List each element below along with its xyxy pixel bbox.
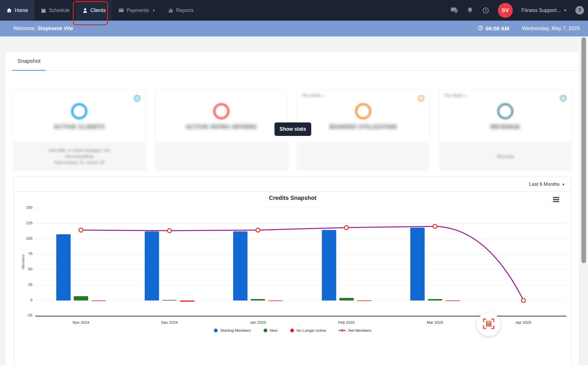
legend-dot-icon (264, 329, 267, 332)
bar-starting-members (145, 231, 159, 300)
bar-new (74, 296, 88, 300)
bell-icon[interactable] (467, 7, 473, 14)
bar-starting-members (56, 234, 71, 300)
net-members-marker (167, 229, 171, 233)
gridline (35, 254, 566, 254)
date-range-selector[interactable]: Last 6 Months ▼ (529, 177, 565, 192)
bar-chart-icon (168, 8, 173, 13)
current-time: 06:08 AM (478, 25, 509, 32)
net-members-marker (345, 226, 349, 230)
y-tick-label: 125 (16, 221, 32, 225)
help-icon[interactable]: ? (575, 6, 584, 15)
card-footer: Intro Offer: 4, Active Packages: 103Recu… (13, 142, 146, 170)
welcome-user-name: Stephanie Vite (38, 26, 73, 31)
net-members-marker (433, 224, 437, 228)
chevron-down-icon: ▼ (564, 9, 567, 12)
stat-card-active-intro-offers: ACTIVE INTRO OFFERS (155, 89, 288, 171)
card-footer (297, 142, 430, 170)
y-tick-label: 100 (16, 236, 32, 241)
legend-dot-icon (214, 329, 218, 332)
stat-card-active-clients: ⚙ ACTIVE CLIENTS Intro Offer: 4, Active … (13, 89, 146, 171)
bar-new (428, 299, 442, 300)
y-tick-label: 150 (16, 205, 32, 210)
legend-ring-icon (339, 328, 346, 333)
bar-starting-members (410, 228, 425, 300)
card-title: BOOKED UTILIZATION (297, 124, 430, 130)
vertical-scrollbar[interactable] (581, 37, 586, 263)
bar-no-longer-active (446, 300, 460, 301)
donut-chart (213, 103, 230, 120)
tab-bar: Snapshot (5, 52, 579, 71)
avatar[interactable]: SV (498, 3, 513, 18)
card-footer-line: Recurring Billing (65, 154, 93, 159)
x-tick-label: Apr 2025 (503, 320, 543, 325)
x-tick-label: Dec 2024 (149, 320, 189, 325)
gridline (35, 285, 566, 285)
nav-item-clients[interactable]: Clients (76, 0, 112, 21)
nav-item-label: Schedule (49, 7, 70, 13)
legend-item-no-longer-active[interactable]: No Longer Active (290, 328, 326, 333)
chart-header: Last 6 Months ▼ (14, 177, 571, 192)
donut-chart (497, 103, 514, 120)
nav-item-payments[interactable]: Payments ▼ (112, 0, 162, 21)
credits-snapshot-chart-panel: Last 6 Months ▼ Credits Snapshot -250255… (14, 177, 572, 365)
net-members-marker (79, 228, 83, 232)
card-title: ACTIVE CLIENTS (13, 124, 146, 130)
x-tick-label: Mar 2025 (415, 320, 455, 325)
legend-item-new[interactable]: New (264, 328, 278, 333)
loading-barcode-badge (477, 313, 500, 336)
card-icon (118, 7, 124, 13)
card-title: ACTIVE INTRO OFFERS (155, 124, 288, 130)
chart-menu-icon[interactable] (553, 197, 559, 203)
clock-icon (478, 25, 483, 32)
nav-right-cluster: SV Fitness Support... ▼ ? (450, 0, 584, 21)
bar-starting-members (322, 230, 336, 300)
bar-starting-members (233, 231, 247, 300)
stat-card-revenue: This Week ▼⚙ REVENUE Recurring (439, 89, 572, 171)
gridline (35, 208, 566, 208)
stat-card-booked-utilization: This Week ▼⚙ BOOKED UTILIZATION (297, 89, 430, 171)
calendar-icon (41, 8, 46, 13)
bar-no-longer-active (92, 300, 106, 301)
person-icon (82, 8, 88, 13)
chart-title: Credits Snapshot (14, 195, 571, 201)
net-members-marker (256, 228, 260, 232)
nav-item-label: Payments (127, 7, 149, 13)
gridline (35, 270, 566, 270)
home-icon (6, 7, 12, 13)
tab-snapshot[interactable]: Snapshot (12, 52, 46, 71)
x-tick-label: Nov 2024 (61, 320, 101, 325)
card-title: REVENUE (439, 124, 572, 130)
card-footer: Recurring (439, 142, 572, 170)
bar-new (339, 298, 354, 300)
gridline (35, 239, 566, 239)
nav-item-label: Home (15, 7, 28, 13)
y-axis-title: Members (21, 245, 25, 279)
nav-item-schedule[interactable]: Schedule (34, 0, 76, 21)
bar-new (251, 299, 265, 300)
card-footer-line: Intro Offer: 4, Active Packages: 103 (49, 148, 110, 153)
top-navigation: Home Schedule Clients Payments ▼ Reports (0, 0, 588, 21)
nav-item-label: Reports (176, 7, 194, 13)
legend-item-starting-members[interactable]: Starting Members (214, 328, 251, 333)
legend-item-net-members[interactable]: Net Members (339, 328, 372, 333)
account-menu[interactable]: Fitness Support... ▼ (521, 7, 567, 13)
bar-no-longer-active (268, 300, 283, 301)
show-stats-button[interactable]: Show stats (274, 122, 311, 136)
y-tick-label: -25 (16, 313, 32, 317)
x-tick-label: Jan 2025 (238, 320, 278, 325)
donut-chart (355, 103, 372, 120)
x-tick-label: Feb 2025 (326, 320, 367, 325)
gridline (35, 300, 566, 301)
bar-no-longer-active (357, 300, 372, 301)
chat-icon[interactable] (450, 7, 458, 14)
barcode-icon (482, 318, 495, 331)
history-clock-icon[interactable] (482, 7, 489, 14)
chevron-down-icon: ▼ (562, 183, 565, 186)
bar-no-longer-active (180, 300, 194, 302)
y-tick-label: 25 (16, 282, 32, 287)
legend-dot-icon (290, 329, 294, 332)
current-date: Wednesday, May 7, 2025 (522, 26, 580, 32)
nav-item-reports[interactable]: Reports (162, 0, 200, 21)
nav-item-home[interactable]: Home (0, 0, 34, 21)
